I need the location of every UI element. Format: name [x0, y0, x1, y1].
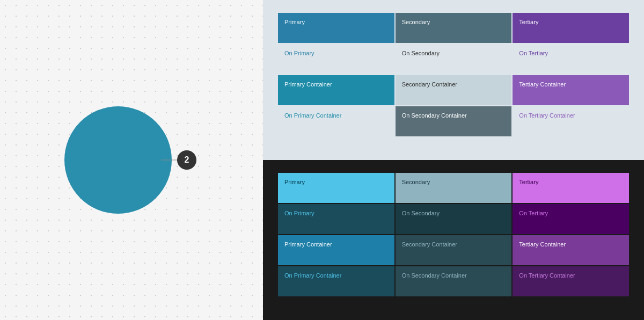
dark-on-primary-label: On Primary: [284, 209, 314, 217]
light-secondary-container-cell: Secondary Container: [396, 75, 512, 105]
dark-on-primary-container-label: On Primary Container: [284, 272, 341, 279]
light-secondary-container-label: Secondary Container: [402, 81, 457, 88]
light-on-primary-label: On Primary: [284, 49, 314, 57]
dark-on-secondary-label: On Secondary: [402, 209, 440, 217]
light-primary-label: Primary: [284, 18, 305, 26]
step-badge: 2: [177, 150, 196, 170]
light-primary-cell: Primary: [278, 13, 394, 43]
dark-on-tertiary-container-cell: On Tertiary Container: [513, 266, 629, 296]
dark-secondary-container-cell: Secondary Container: [396, 235, 512, 265]
light-color-grid: Primary Secondary Tertiary On Primary On…: [278, 13, 629, 136]
light-theme-section: Primary Secondary Tertiary On Primary On…: [263, 0, 644, 160]
light-on-secondary-container-label: On Secondary Container: [402, 112, 467, 119]
light-tertiary-cell: Tertiary: [513, 13, 629, 43]
dark-secondary-cell: Secondary: [396, 173, 512, 203]
dark-tertiary-cell: Tertiary: [513, 173, 629, 203]
light-on-tertiary-container-cell: On Tertiary Container: [513, 106, 629, 136]
dark-on-secondary-container-cell: On Secondary Container: [396, 266, 512, 296]
light-on-primary-cell: On Primary: [278, 44, 394, 74]
light-on-tertiary-container-label: On Tertiary Container: [519, 112, 575, 119]
right-panel: Primary Secondary Tertiary On Primary On…: [263, 0, 644, 320]
light-tertiary-label: Tertiary: [519, 18, 538, 26]
light-on-secondary-label: On Secondary: [402, 49, 440, 57]
dark-secondary-label: Secondary: [402, 178, 430, 186]
dark-on-secondary-container-label: On Secondary Container: [402, 272, 467, 279]
dark-primary-container-cell: Primary Container: [278, 235, 394, 265]
dark-on-tertiary-cell: On Tertiary: [513, 204, 629, 234]
light-on-secondary-cell: On Secondary: [396, 44, 512, 74]
dark-tertiary-container-label: Tertiary Container: [519, 241, 566, 248]
light-on-secondary-container-cell: On Secondary Container: [396, 106, 512, 136]
dark-primary-label: Primary: [284, 178, 305, 186]
light-on-tertiary-label: On Tertiary: [519, 49, 548, 57]
light-primary-container-label: Primary Container: [284, 81, 332, 88]
light-tertiary-container-label: Tertiary Container: [519, 81, 566, 88]
light-tertiary-container-cell: Tertiary Container: [513, 75, 629, 105]
light-on-primary-container-label: On Primary Container: [284, 112, 341, 119]
light-primary-container-cell: Primary Container: [278, 75, 394, 105]
dark-tertiary-container-cell: Tertiary Container: [513, 235, 629, 265]
dark-on-primary-container-cell: On Primary Container: [278, 266, 394, 296]
light-secondary-cell: Secondary: [396, 13, 512, 43]
dark-color-grid: Primary Secondary Tertiary On Primary On…: [278, 173, 629, 296]
dark-primary-cell: Primary: [278, 173, 394, 203]
dark-on-secondary-cell: On Secondary: [396, 204, 512, 234]
light-on-tertiary-cell: On Tertiary: [513, 44, 629, 74]
color-circle: [64, 106, 172, 214]
light-secondary-label: Secondary: [402, 18, 430, 26]
dark-on-primary-cell: On Primary: [278, 204, 394, 234]
dark-on-tertiary-container-label: On Tertiary Container: [519, 272, 575, 279]
dark-primary-container-label: Primary Container: [284, 241, 332, 248]
dark-tertiary-label: Tertiary: [519, 178, 538, 186]
left-panel: 2: [0, 0, 263, 320]
dark-secondary-container-label: Secondary Container: [402, 241, 457, 248]
light-on-primary-container-cell: On Primary Container: [278, 106, 394, 136]
dark-on-tertiary-label: On Tertiary: [519, 209, 548, 217]
dark-theme-section: Primary Secondary Tertiary On Primary On…: [263, 160, 644, 320]
